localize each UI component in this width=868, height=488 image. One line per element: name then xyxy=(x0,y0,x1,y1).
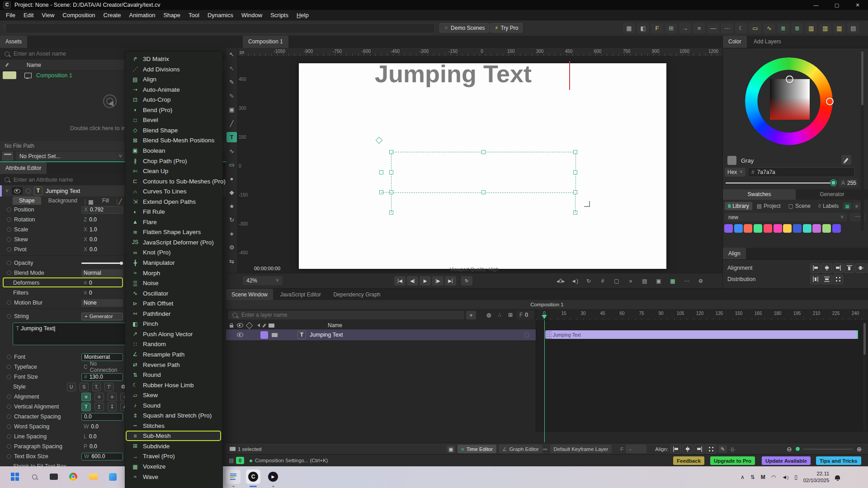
saturation-value-square[interactable] xyxy=(770,79,810,120)
offset-icon[interactable]: -||- xyxy=(729,446,736,452)
moon-icon[interactable]: ☾ xyxy=(735,23,747,33)
menu-item-stitches[interactable]: ┉Stitches xyxy=(126,421,221,431)
spiral-tool[interactable]: ↻ xyxy=(226,215,237,225)
color-swatch-3[interactable] xyxy=(754,224,762,233)
attr-value[interactable]: #130.0 xyxy=(81,373,123,381)
star-tool[interactable]: ★ xyxy=(226,201,237,211)
sv-selector[interactable] xyxy=(786,75,793,83)
menu-item-bevel[interactable]: □Bevel xyxy=(126,115,221,125)
timeline-ruler[interactable]: 0153045607590105120135150165180195210225… xyxy=(536,310,868,321)
color-swatch-0[interactable] xyxy=(724,224,733,233)
keyframe-align-button-2[interactable] xyxy=(694,444,704,454)
distribute-v-button[interactable] xyxy=(821,275,832,284)
grid-icon[interactable]: # xyxy=(597,277,608,285)
layer-color-chip[interactable] xyxy=(260,331,268,339)
composition-canvas[interactable]: Jumping Text xyxy=(299,63,666,269)
file-explorer-icon[interactable] xyxy=(86,469,100,484)
dock-icon[interactable]: ▣ xyxy=(447,445,455,453)
attr-value[interactable]: ≡0 xyxy=(81,289,123,297)
menu-tool[interactable]: Tool xyxy=(184,10,203,20)
photos-app-icon[interactable] xyxy=(105,469,120,484)
grid-view-button[interactable]: ▦ xyxy=(843,202,851,210)
taskbar-clock[interactable]: 22.11 02/10/2025 xyxy=(803,470,830,484)
tab-align[interactable]: Align xyxy=(723,248,746,259)
menu-file[interactable]: File xyxy=(2,10,19,20)
eye-icon[interactable] xyxy=(237,323,243,328)
text-align-button-0[interactable]: ≡ xyxy=(81,393,91,401)
tab-project[interactable]: ▤Project xyxy=(754,202,784,210)
attr-value[interactable]: L0.0 xyxy=(81,433,123,441)
zoom-slider-knob[interactable] xyxy=(796,447,800,451)
battery-icon[interactable]: ▯ xyxy=(794,474,797,480)
attr-value[interactable]: None xyxy=(81,299,123,307)
menu-item-contours-to-sub-meshes-pro-[interactable]: ⊏Contours to Sub-Meshes (Pro) xyxy=(126,177,221,186)
text-tool[interactable]: T xyxy=(226,132,237,142)
align-right-button[interactable] xyxy=(833,263,843,273)
selection-handle[interactable] xyxy=(481,190,486,194)
selection-bounding-box[interactable] xyxy=(391,152,576,193)
attr-value[interactable]: 0.0 xyxy=(81,413,123,421)
menu-shape[interactable]: Shape xyxy=(159,10,184,20)
cavalry-app-icon[interactable]: C xyxy=(246,469,260,484)
project-icon[interactable] xyxy=(2,152,13,160)
menu-item-random[interactable]: ∷Random xyxy=(126,339,221,349)
media-player-icon[interactable]: ▶ xyxy=(266,469,280,484)
opacity-slider[interactable] xyxy=(81,263,120,264)
color-swatch-1[interactable] xyxy=(734,224,743,233)
attr-value[interactable]: Z0.0 xyxy=(81,216,123,224)
selection-handle[interactable] xyxy=(573,150,577,154)
polygon-tool[interactable]: ◆ xyxy=(226,187,237,197)
more-icon[interactable]: ⋯ xyxy=(721,23,733,33)
eyedropper-button[interactable] xyxy=(841,155,851,165)
menu-item-subdivide[interactable]: ⊞Subdivide xyxy=(126,441,221,451)
anchor-diamond-handle[interactable] xyxy=(376,137,383,144)
generator-button[interactable]: +Generator xyxy=(81,313,123,320)
menu-dynamics[interactable]: Dynamics xyxy=(203,10,237,20)
menu-item-3d-matrix[interactable]: ↱3D Matrix xyxy=(126,54,221,64)
menu-create[interactable]: Create xyxy=(99,10,125,20)
menu-view[interactable]: View xyxy=(38,10,58,20)
menu-item-clean-up[interactable]: ✄Clean Up xyxy=(126,166,221,176)
menu-item-blend-shape[interactable]: ◇Blend Shape xyxy=(126,126,221,135)
attr-value[interactable]: X1.0 xyxy=(81,226,123,234)
background-color-chip[interactable] xyxy=(89,200,93,205)
selection-handle[interactable] xyxy=(389,170,393,174)
taskbar-search-button[interactable] xyxy=(27,469,42,484)
time-editor-button[interactable]: ≡Time Editor xyxy=(458,445,496,453)
distribute-h-button[interactable] xyxy=(810,275,821,284)
zoom-slider-track[interactable] xyxy=(803,449,853,450)
clip-icon[interactable] xyxy=(269,324,274,328)
notification-bell-icon[interactable] xyxy=(835,475,840,479)
menu-help[interactable]: Help xyxy=(292,10,313,20)
vertical-align-button-0[interactable]: T xyxy=(81,403,91,411)
menu-item-sub-mesh[interactable]: ≡Sub-Mesh xyxy=(126,431,221,441)
list-view-button[interactable]: ≡ xyxy=(853,202,861,210)
display-options-icon[interactable]: ⊞ xyxy=(506,311,515,319)
tab-swatches[interactable]: Swatches xyxy=(723,189,796,200)
attr-value[interactable]: X0.792 xyxy=(81,206,123,214)
alpha-value-field[interactable]: A 255 xyxy=(839,178,858,187)
tab-scene[interactable]: ▢Scene xyxy=(785,202,814,210)
menu-item-fill-rule[interactable]: ◐Fill Rule xyxy=(126,207,221,216)
menu-item-boolean[interactable]: ▣Boolean xyxy=(126,146,221,155)
try-pro-button[interactable]: ⚡ Try Pro xyxy=(490,23,523,33)
eye-icon[interactable] xyxy=(237,333,243,337)
camera-tool[interactable]: ▣ xyxy=(226,104,237,115)
hue-selector[interactable] xyxy=(826,98,834,105)
upgrade-to-pro-button[interactable]: Upgrade to Pro xyxy=(710,456,755,465)
pen-icon[interactable]: ✎ xyxy=(718,445,727,453)
play-button[interactable]: ▶ xyxy=(420,276,431,286)
audio-icon[interactable] xyxy=(255,324,260,327)
collapse-chevron-icon[interactable]: ˅ xyxy=(5,188,9,194)
align-bars-icon[interactable]: ≣ xyxy=(777,23,789,33)
color-swatch-7[interactable] xyxy=(793,224,802,233)
card-icon[interactable]: ▭ xyxy=(749,23,761,33)
minus-icon[interactable]: — xyxy=(707,23,719,33)
tab-composition-1[interactable]: Composition 1 xyxy=(243,36,288,48)
swap-tool[interactable]: ⇆ xyxy=(226,256,237,267)
transparency-icon[interactable]: ▦ xyxy=(667,277,678,285)
solo-toggle[interactable] xyxy=(26,188,31,193)
menu-scripts[interactable]: Scripts xyxy=(266,10,292,20)
keyframe-align-button-0[interactable] xyxy=(670,444,681,454)
style-button-T[interactable]: T, xyxy=(92,383,101,391)
